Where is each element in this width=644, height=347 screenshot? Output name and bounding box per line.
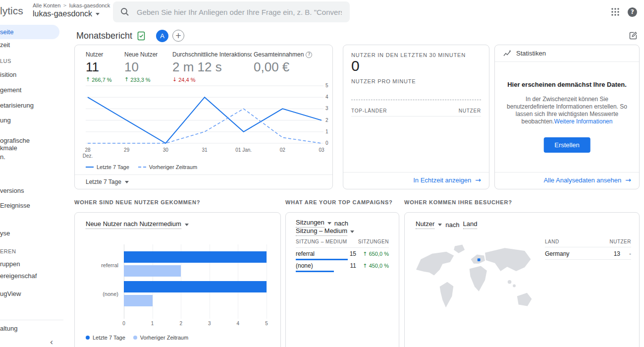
sidebar-item-realtime[interactable]: zeit [0,38,63,53]
apps-grid-icon[interactable] [611,7,620,16]
breadcrumb-current[interactable]: lukas-gaesdonck [69,2,110,8]
blue-dot-icon [86,336,90,340]
row-bar-track [296,259,348,260]
learn-more-link[interactable]: Weitere Informationen [554,118,613,125]
table-header-divider [296,247,389,248]
analytics-logo: lytics [0,5,23,17]
insights-icon [503,49,512,58]
sidebar-item-events[interactable]: Ereignisse [0,198,63,213]
sidebar-item-engagement[interactable]: gement [0,83,63,98]
countries-table-header: LAND NUTZER [545,239,631,244]
metric-new-users: Neue Nutzer 10 ↑ 233,3 % [124,51,158,83]
col-users: NUTZER [609,239,631,244]
chevron-down-icon [185,224,189,226]
metric-delta: ↓ 24,4 % [172,76,254,83]
row-sessions: 15 [341,250,356,257]
topbar-actions: ? [611,0,640,24]
solid-line-swatch [86,167,94,168]
dashed-line-swatch [138,167,146,168]
account-name[interactable]: lukas-gaesdonck [33,9,92,18]
bar-category-label: referral [75,262,118,268]
search-icon [120,7,130,17]
dimension-picker[interactable]: Land [463,220,478,229]
search-bar[interactable] [113,1,350,22]
metric-picker[interactable]: Nutzer [416,220,434,229]
metric-label[interactable]: Neue Nutzer [124,51,158,58]
medium-x-ticks: 012345 [124,321,267,328]
table-row: (none) 11 ↑ 450,0 % [296,262,389,269]
row-country: Germany [545,250,605,257]
plus-icon: + [175,31,182,40]
sidebar-item-audiences[interactable]: ruppen [0,258,63,271]
legend-current: Letzte 7 Tage [86,335,125,341]
row-bar [296,271,334,272]
visitors-card: Nutzer nach Land [404,212,640,347]
campaigns-table-header: SITZUNG – MEDIUM SITZUNGEN [296,239,389,244]
add-collaborator-button[interactable]: + [172,30,184,42]
sidebar-item-conversions[interactable]: versions [0,183,63,198]
bar-none-current [124,281,267,292]
table-header-divider [545,247,631,247]
metric-label[interactable]: Nutzer [86,51,112,58]
metric-value: 2 m 12 s [172,59,254,75]
arrow-up-icon: ↑ [363,263,367,269]
overview-card: Nutzer 11 ↑ 266,7 % Neue Nutzer 10 ↑ 233… [74,45,333,189]
arrow-up-icon: ↑ [124,76,129,83]
search-input[interactable] [136,7,343,17]
edit-report-icon[interactable] [628,31,638,41]
sidebar-item-monetization[interactable]: etarisierung [0,98,63,113]
bar-referral-current [124,251,267,263]
sidebar-item-user-properties[interactable]: ereigenschaf [0,270,63,283]
table-row: Germany 13 - [545,250,631,257]
view-all-insights-link[interactable]: Alle Analysedaten ansehen → [543,176,631,184]
help-circle-icon[interactable]: ? [306,52,312,58]
sidebar-item-analysis[interactable]: yse [0,226,63,241]
sidebar-item-home[interactable]: seite [0,25,59,39]
title-join: nach [445,221,459,229]
metric-picker[interactable]: Sitzungen [296,219,324,228]
account-switcher[interactable]: Alle Konten > lukas-gaesdonck lukas-gaes… [33,2,110,18]
sidebar-item-tech[interactable]: n. [0,152,63,163]
view-realtime-link[interactable]: In Echtzeit anzeigen → [413,176,481,184]
dimension-picker[interactable]: Sitzung – Medium [296,227,347,236]
title-join: nach [334,220,348,227]
avatar[interactable]: A [156,30,168,42]
bar-none-previous [124,295,153,306]
sidebar-item-retention[interactable]: ung [0,113,63,128]
row-trend: - [620,250,631,257]
create-button[interactable]: Erstellen [543,137,590,153]
arrow-down-icon: ↓ [172,76,177,83]
breadcrumb: Alle Konten > lukas-gaesdonck [33,2,110,8]
row-bar [296,259,348,260]
row-delta: ↑ 650,0 % [356,251,389,257]
help-icon[interactable]: ? [628,7,637,17]
sidebar-item-admin[interactable]: altung [0,321,63,336]
col-country: LAND [545,239,559,244]
row-delta: ↑ 450,0 % [356,263,389,269]
metric-users: Nutzer 11 ↑ 266,7 % [86,51,112,83]
arrow-right-icon: → [475,176,481,184]
metric-label[interactable]: Gesamteinnahmen [254,51,304,58]
sidebar-item-debugview[interactable]: ugView [0,287,63,301]
trend-y-labels: 543210 [325,84,332,145]
card-footer-divider [75,174,332,175]
row-bar-track [296,271,348,272]
insights-headline: Hier erscheinen demnächst Ihre Daten. [503,81,631,88]
realtime-value: 0 [351,58,360,74]
legend-previous: Vorheriger Zeitraum [133,335,188,341]
chevron-down-icon [125,181,129,183]
breadcrumb-root[interactable]: Alle Konten [33,2,60,8]
dimension-picker[interactable]: Neue Nutzer nach Nutzermedium [86,220,181,229]
report-header: Monatsbericht A + [63,27,644,45]
arrow-up-icon: ↑ [86,76,90,83]
empty-sparkline [351,100,481,100]
date-range-selector[interactable]: Letzte 7 Tage [86,178,129,185]
main-content: Monatsbericht A + Nutzer 11 ↑ [63,24,644,347]
collapse-sidebar-button[interactable]: ‹ [46,336,57,347]
metric-label[interactable]: Durchschnittliche Interaktionsdauer [172,51,252,58]
sidebar-item-demographics[interactable]: ografische kmale [0,136,63,153]
sidebar-item-acquisition[interactable]: isition [0,67,63,82]
app-root: lytics Alle Konten > lukas-gaesdonck luk… [0,0,644,347]
new-users-medium-card: Neue Nutzer nach Nutzermedium referral (… [74,212,281,347]
bar-category-label: (none) [75,291,118,297]
